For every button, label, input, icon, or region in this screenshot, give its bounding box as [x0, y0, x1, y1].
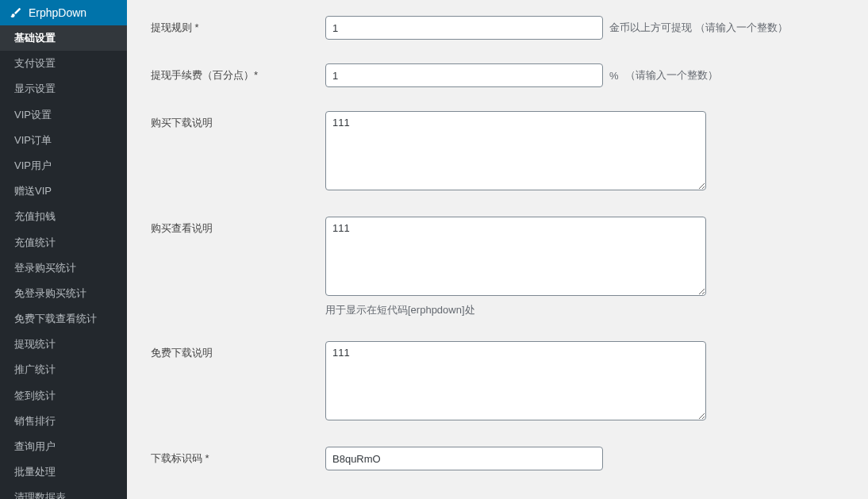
main-content: 提现规则 * 金币以上方可提现 （请输入一个整数） 提现手续费（百分点）* % …: [127, 0, 868, 499]
input-download-code[interactable]: [325, 447, 603, 470]
sidebar-header[interactable]: ErphpDown: [0, 0, 127, 25]
sidebar-item-1[interactable]: 支付设置: [0, 51, 127, 76]
help-buy-view-desc: 用于显示在短代码[erphpdown]处: [325, 303, 844, 317]
sidebar-item-10[interactable]: 免登录购买统计: [0, 281, 127, 306]
sidebar-item-12[interactable]: 提现统计: [0, 332, 127, 357]
sidebar-item-7[interactable]: 充值扣钱: [0, 204, 127, 229]
textarea-buy-download-desc[interactable]: [325, 111, 706, 190]
sidebar-item-0[interactable]: 基础设置: [0, 25, 127, 51]
sidebar-item-15[interactable]: 销售排行: [0, 409, 127, 434]
sidebar-item-17[interactable]: 批量处理: [0, 459, 127, 485]
sidebar-item-9[interactable]: 登录购买统计: [0, 255, 127, 281]
textarea-buy-view-desc[interactable]: [325, 217, 706, 296]
sidebar-item-3[interactable]: VIP设置: [0, 102, 127, 128]
label-buy-view-desc: 购买查看说明: [151, 217, 325, 236]
sidebar-item-14[interactable]: 签到统计: [0, 383, 127, 409]
form-row-download-code: 下载标识码 *: [151, 447, 844, 470]
key-icon: [10, 6, 22, 19]
sidebar-item-16[interactable]: 查询用户: [0, 434, 127, 459]
input-withdraw-rule[interactable]: [325, 16, 603, 40]
sidebar-item-2[interactable]: 显示设置: [0, 76, 127, 102]
sidebar-title: ErphpDown: [29, 6, 86, 19]
label-withdraw-fee: 提现手续费（百分点）*: [151, 63, 325, 83]
form-row-withdraw-rule: 提现规则 * 金币以上方可提现 （请输入一个整数）: [151, 16, 844, 40]
form-row-withdraw-fee: 提现手续费（百分点）* % （请输入一个整数）: [151, 63, 844, 87]
textarea-free-download-desc[interactable]: [325, 341, 706, 420]
sidebar-item-13[interactable]: 推广统计: [0, 357, 127, 382]
label-withdraw-rule: 提现规则 *: [151, 16, 325, 35]
form-row-free-download-desc: 免费下载说明: [151, 341, 844, 423]
sidebar-item-6[interactable]: 赠送VIP: [0, 178, 127, 204]
sidebar-item-18[interactable]: 清理数据表: [0, 485, 127, 499]
sidebar-item-5[interactable]: VIP用户: [0, 153, 127, 178]
help-withdraw-fee: （请输入一个整数）: [625, 68, 718, 83]
label-free-download-desc: 免费下载说明: [151, 341, 325, 360]
input-withdraw-fee[interactable]: [325, 63, 603, 87]
suffix-withdraw-fee: %: [609, 70, 619, 82]
label-buy-download-desc: 购买下载说明: [151, 111, 325, 130]
label-download-code: 下载标识码 *: [151, 447, 325, 466]
sidebar-item-11[interactable]: 免费下载查看统计: [0, 306, 127, 332]
form-row-buy-view-desc: 购买查看说明 用于显示在短代码[erphpdown]处: [151, 217, 844, 317]
sidebar-item-8[interactable]: 充值统计: [0, 230, 127, 255]
sidebar: ErphpDown 基础设置支付设置显示设置VIP设置VIP订单VIP用户赠送V…: [0, 0, 127, 499]
form-row-buy-download-desc: 购买下载说明: [151, 111, 844, 193]
sidebar-item-4[interactable]: VIP订单: [0, 128, 127, 153]
help-withdraw-rule: 金币以上方可提现 （请输入一个整数）: [609, 21, 788, 35]
